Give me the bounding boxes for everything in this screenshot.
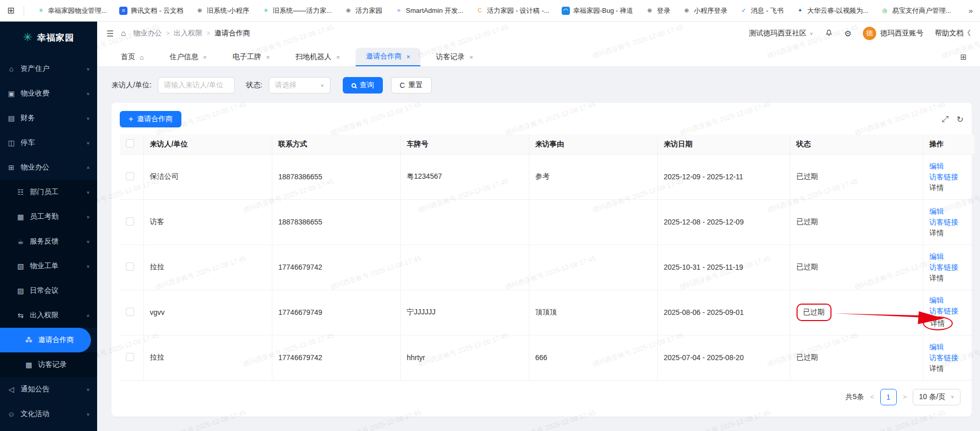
sidebar-item-label: 物业办公 <box>21 163 49 172</box>
cell-checkbox <box>120 199 143 245</box>
bookmark-miniapp-login[interactable]: ⊕小程序登录 <box>677 4 732 17</box>
sidebar-item-visitor-records[interactable]: ▩访客记录 <box>0 352 97 377</box>
bookmark-xingfu-admin[interactable]: ✳幸福家园物业管理... <box>31 4 112 17</box>
page-size-select[interactable]: 10 条/页 ∨ <box>913 389 960 405</box>
sidebar-item-finance[interactable]: ▤财务∨ <box>0 106 97 130</box>
bookmark-old-huoli[interactable]: ✳旧系统——活力家... <box>256 4 337 17</box>
visitor-input[interactable]: 请输入来访人/单位 <box>158 77 235 93</box>
breadcrumb-item[interactable]: 物业办公 <box>133 29 162 38</box>
bookmark-yeepay[interactable]: ◎易宝支付商户管理... <box>876 4 956 17</box>
tab-访客记录[interactable]: 访客记录× <box>426 48 484 66</box>
action-detail[interactable]: 详情 <box>930 316 969 330</box>
bookmark-design-draft[interactable]: C活力家园 - 设计稿 -... <box>471 4 554 17</box>
bookmark-dahua-cloud[interactable]: ✦大华云睿-以视频为... <box>791 4 874 17</box>
tab-邀请合作商[interactable]: 邀请合作商× <box>356 48 421 66</box>
sidebar-item-invite-partner[interactable]: ⁂邀请合作商 <box>0 328 91 352</box>
sidebar-item-dept-staff[interactable]: ☷部门员工∨ <box>0 180 97 204</box>
sidebar-item-property-fees[interactable]: ▣物业收费∨ <box>0 81 97 106</box>
layout-grid-icon[interactable]: ⊞ <box>960 52 967 62</box>
sidebar-item-label: 物业收费 <box>21 89 49 98</box>
bookmark-label: SmartAdmin 开发... <box>406 6 464 15</box>
row-checkbox[interactable] <box>126 353 134 361</box>
action-edit[interactable]: 编辑 <box>930 342 969 352</box>
gear-icon[interactable]: ⚙ <box>844 29 852 39</box>
apps-grid-icon[interactable]: ⊞ <box>7 5 14 16</box>
cell-visitor: 拉拉 <box>143 335 272 380</box>
sidebar-item-culture-activity[interactable]: ☺文化活动∨ <box>0 402 97 426</box>
action-edit[interactable]: 编辑 <box>930 161 969 172</box>
sidebar-item-service-feedback[interactable]: ☕服务反馈∨ <box>0 229 97 254</box>
bookmarks-overflow-icon[interactable]: » <box>969 6 973 15</box>
bookmark-zentao-bug[interactable]: ◠幸福家园-Bug - 禅道 <box>557 4 638 17</box>
sidebar-item-daily-meeting[interactable]: ▨日常会议 <box>0 278 97 303</box>
bookmark-huoli-home[interactable]: ⊕活力家园 <box>339 4 387 17</box>
action-visitor-link[interactable]: 访客链接 <box>930 306 969 316</box>
account-menu[interactable]: 德 德玛西亚账号 <box>863 27 923 40</box>
row-checkbox[interactable] <box>126 172 134 180</box>
status-select[interactable]: 请选择 ∨ <box>269 77 330 93</box>
cell-plate <box>400 199 529 245</box>
sidebar-item-assets-residents[interactable]: ⌂资产住户∨ <box>0 57 97 81</box>
tab-首页[interactable]: 首页⌂ <box>110 48 154 66</box>
row-checkbox[interactable] <box>126 263 134 271</box>
sidebar-item-access-permission[interactable]: ⇆出入权限∧ <box>0 303 97 328</box>
page-number[interactable]: 1 <box>880 389 897 405</box>
refresh-table-icon[interactable]: ↻ <box>957 115 964 124</box>
community-selector[interactable]: 测试德玛西亚社区 ∨ <box>749 29 813 38</box>
cell-visitor: 保洁公司 <box>143 154 272 199</box>
tab-label: 扫地机器人 <box>295 52 331 62</box>
visitor-filter-label: 来访人/单位: <box>112 81 152 90</box>
reset-button[interactable]: C 重置 <box>391 77 432 93</box>
action-visitor-link[interactable]: 访客链接 <box>930 262 969 273</box>
breadcrumb-separator: > <box>207 30 210 37</box>
cell-reason: 参考 <box>529 154 657 199</box>
action-visitor-link[interactable]: 访客链接 <box>930 217 969 228</box>
row-checkbox[interactable] <box>126 217 134 226</box>
row-checkbox[interactable] <box>126 308 134 316</box>
breadcrumb-item[interactable]: 出入权限 <box>174 29 202 38</box>
action-detail[interactable]: 详情 <box>930 363 969 374</box>
invite-partner-button[interactable]: + 邀请合作商 <box>120 111 181 127</box>
fullscreen-icon[interactable]: ⤢ <box>942 115 949 124</box>
action-edit[interactable]: 编辑 <box>930 295 969 306</box>
tab-住户信息[interactable]: 住户信息× <box>159 48 217 66</box>
tab-电子工牌[interactable]: 电子工牌× <box>222 48 280 66</box>
prev-page-icon[interactable]: < <box>870 393 874 401</box>
bookmark-tencent-docs[interactable]: ≡腾讯文档 - 云文档 <box>114 4 189 17</box>
menu-collapse-icon[interactable]: ☰ <box>106 29 114 39</box>
action-visitor-link[interactable]: 访客链接 <box>930 172 969 182</box>
reset-button-label: 重置 <box>409 81 423 90</box>
select-all-checkbox[interactable] <box>126 139 134 147</box>
cell-plate <box>400 245 529 290</box>
home-icon[interactable]: ⌂ <box>121 29 126 38</box>
close-icon[interactable]: × <box>469 53 473 61</box>
sidebar-item-notice[interactable]: ◁通知公告∨ <box>0 377 97 402</box>
sidebar-item-device-alert[interactable]: ◔设备预警∨ <box>0 426 97 431</box>
sidebar-item-property-office[interactable]: ⊞物业办公∧ <box>0 155 97 180</box>
bell-icon[interactable] <box>825 28 833 39</box>
close-icon[interactable]: × <box>203 53 207 61</box>
property-fees-icon: ▣ <box>7 89 15 98</box>
help-docs-link[interactable]: 帮助文档《 <box>935 29 971 38</box>
sidebar-item-staff-attendance[interactable]: ▦员工考勤∨ <box>0 204 97 229</box>
action-detail[interactable]: 详情 <box>930 273 969 284</box>
app-logo: ✳ 幸福家园 <box>0 22 97 53</box>
bookmark-smartadmin[interactable]: ≈SmartAdmin 开发... <box>390 4 469 17</box>
close-icon[interactable]: × <box>336 53 340 61</box>
action-detail[interactable]: 详情 <box>930 228 969 238</box>
action-edit[interactable]: 编辑 <box>930 206 969 217</box>
sidebar-item-parking[interactable]: ◫停车∨ <box>0 130 97 155</box>
tab-扫地机器人[interactable]: 扫地机器人× <box>285 48 350 66</box>
action-detail[interactable]: 详情 <box>930 182 969 193</box>
sidebar-item-property-workorder[interactable]: ▧物业工单∨ <box>0 254 97 278</box>
bookmark-old-miniapp[interactable]: ⊕旧系统-小程序 <box>191 4 254 17</box>
bookmark-feishu[interactable]: ✓消息 - 飞书 <box>734 4 789 17</box>
next-page-icon[interactable]: > <box>903 393 907 401</box>
col-reason: 来访事由 <box>529 135 657 154</box>
search-button[interactable]: 查询 <box>343 77 383 93</box>
bookmark-login[interactable]: ⊕登录 <box>640 4 675 17</box>
action-edit[interactable]: 编辑 <box>930 251 969 262</box>
close-icon[interactable]: × <box>406 53 411 61</box>
action-visitor-link[interactable]: 访客链接 <box>930 352 969 363</box>
close-icon[interactable]: × <box>266 53 270 61</box>
